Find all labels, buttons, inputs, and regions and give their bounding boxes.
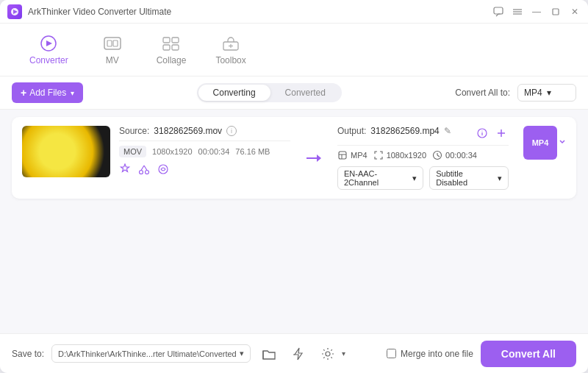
effects-icon[interactable]	[157, 163, 169, 175]
maximize-button[interactable]	[550, 6, 562, 18]
app-title: ArkThinker Video Converter Ultimate	[28, 7, 492, 17]
window-controls: — ✕	[492, 6, 581, 18]
output-resolution-value: 1080x1920	[387, 151, 426, 160]
open-folder-button[interactable]	[258, 343, 280, 365]
plus-icon: +	[21, 87, 26, 99]
tab-converter-label: Converter	[29, 55, 68, 65]
svg-line-21	[141, 166, 144, 171]
output-filename: 3182862569.mp4	[370, 126, 439, 136]
svg-point-40	[326, 352, 330, 356]
settings-dropdown-icon: ▾	[342, 349, 345, 358]
svg-rect-6	[553, 9, 559, 15]
format-badge-container: MP4	[523, 126, 566, 160]
audio-select-arrow: ▾	[412, 174, 417, 183]
merge-checkbox-input[interactable]	[387, 349, 396, 358]
mv-icon	[102, 35, 123, 52]
svg-line-22	[144, 166, 147, 171]
converting-tab-button[interactable]: Converting	[198, 85, 270, 101]
audio-select[interactable]: EN-AAC-2Channel ▾	[337, 166, 423, 190]
source-info-icon[interactable]: i	[226, 126, 237, 136]
svg-rect-15	[172, 45, 179, 50]
output-info: Output: 3182862569.mp4 ✎	[337, 126, 509, 190]
converted-tab-button[interactable]: Converted	[270, 85, 340, 101]
file-source-info: Source: 3182862569.mov i MOV 1080x1920 0…	[119, 126, 290, 175]
output-format-detail: MP4	[337, 150, 368, 160]
svg-point-23	[159, 165, 168, 174]
flash-settings-button[interactable]	[287, 343, 309, 365]
close-button[interactable]: ✕	[569, 6, 581, 18]
source-format-tag: MOV	[119, 146, 146, 157]
file-thumbnail	[22, 126, 110, 177]
nav-tabs: Converter MV Collage	[0, 24, 588, 77]
svg-rect-9	[104, 38, 121, 49]
format-selected-value: MP4	[524, 88, 542, 98]
add-files-label: Add Files	[29, 88, 66, 98]
source-resolution: 1080x1920	[152, 147, 192, 156]
svg-point-19	[140, 171, 143, 174]
audio-select-value: EN-AAC-2Channel	[344, 169, 409, 187]
merge-into-one-file[interactable]: Merge into one file	[387, 349, 473, 359]
toolbar: + Add Files ▾ Converting Converted Conve…	[0, 77, 588, 110]
svg-rect-31	[339, 152, 346, 159]
svg-rect-2	[494, 7, 503, 14]
menu-icon[interactable]	[512, 6, 523, 18]
svg-rect-13	[172, 38, 179, 43]
collage-icon	[161, 35, 182, 52]
minimize-button[interactable]: —	[531, 6, 542, 18]
output-edit-icon[interactable]: ✎	[444, 126, 451, 136]
footer: Save to: D:\ArkThinker\ArkThinke...rter …	[0, 333, 588, 373]
thumbnail-image	[22, 126, 110, 177]
tab-collage[interactable]: Collage	[142, 29, 201, 71]
source-filename: 3182862569.mov	[154, 126, 222, 136]
cut-icon[interactable]	[138, 163, 150, 175]
subtitle-select-arrow: ▾	[498, 174, 502, 183]
output-label: Output:	[337, 126, 366, 136]
converter-icon	[38, 35, 59, 52]
subtitle-select-value: Subtitle Disabled	[436, 169, 495, 187]
tab-mv[interactable]: MV	[83, 29, 142, 71]
output-info-button[interactable]	[475, 126, 490, 141]
add-files-button[interactable]: + Add Files ▾	[12, 82, 83, 103]
convert-all-format-select[interactable]: MP4 ▾	[517, 84, 576, 102]
content-area: Source: 3182862569.mov i MOV 1080x1920 0…	[0, 110, 588, 333]
svg-marker-38	[295, 348, 302, 360]
output-duration-detail: 00:00:34	[432, 150, 477, 160]
enhance-icon[interactable]	[119, 163, 131, 175]
convert-all-button[interactable]: Convert All	[481, 341, 576, 367]
app-logo	[7, 4, 22, 19]
svg-rect-12	[163, 38, 170, 43]
svg-marker-8	[46, 40, 52, 46]
save-path-field[interactable]: D:\ArkThinker\ArkThinke...rter Ultimate\…	[51, 344, 251, 363]
converting-converted-switcher: Converting Converted	[197, 83, 342, 102]
svg-rect-11	[113, 40, 118, 46]
format-dropdown-icon: ▾	[547, 88, 551, 98]
add-files-dropdown-icon: ▾	[71, 89, 74, 97]
svg-point-20	[146, 171, 149, 174]
svg-rect-14	[163, 45, 170, 50]
format-badge-text: MP4	[532, 138, 549, 147]
tab-collage-label: Collage	[157, 55, 187, 65]
format-badge[interactable]: MP4	[523, 126, 557, 160]
svg-point-28	[481, 130, 482, 131]
svg-rect-10	[107, 40, 112, 46]
file-item: Source: 3182862569.mov i MOV 1080x1920 0…	[12, 117, 576, 199]
tab-toolbox[interactable]: Toolbox	[201, 29, 260, 71]
save-path-dropdown-icon: ▾	[240, 349, 244, 358]
chat-icon[interactable]	[492, 6, 504, 18]
source-label: Source:	[119, 126, 149, 136]
save-to-label: Save to:	[12, 349, 44, 359]
tab-converter[interactable]: Converter	[15, 29, 83, 71]
convert-all-to-label: Convert All to:	[455, 88, 510, 98]
merge-checkbox-label: Merge into one file	[401, 349, 473, 359]
settings-button[interactable]	[317, 343, 339, 365]
format-badge-dropdown[interactable]	[559, 136, 566, 150]
svg-line-36	[437, 155, 440, 157]
tab-mv-label: MV	[106, 55, 119, 65]
source-filesize: 76.16 MB	[235, 147, 270, 156]
subtitle-select[interactable]: Subtitle Disabled ▾	[429, 166, 509, 190]
source-duration: 00:00:34	[198, 147, 230, 156]
convert-arrow	[299, 152, 329, 164]
toolbox-icon	[220, 35, 241, 52]
tab-toolbox-label: Toolbox	[215, 55, 245, 65]
output-add-icon[interactable]	[494, 126, 509, 141]
